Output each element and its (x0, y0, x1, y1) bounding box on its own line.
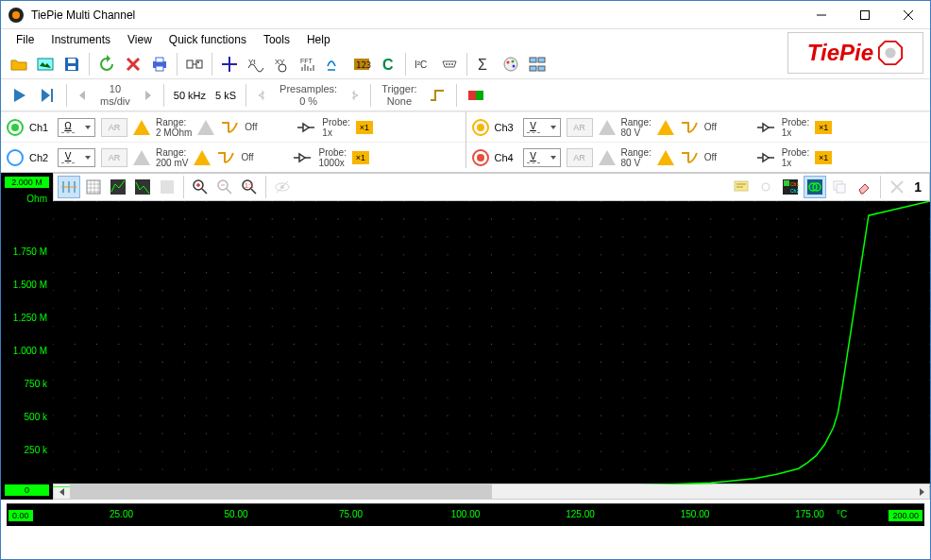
channel-unit-select[interactable]: V (523, 148, 561, 167)
screenshot-button[interactable] (33, 52, 58, 76)
range-up-icon[interactable] (194, 150, 211, 165)
presamples-label[interactable]: Presamples:0 % (276, 83, 341, 106)
fft-button[interactable]: FFT (296, 52, 321, 76)
probe-icon[interactable] (755, 119, 776, 136)
probe-label[interactable]: Probe:1x (782, 117, 809, 138)
maximize-button[interactable] (843, 1, 887, 29)
samples-label[interactable]: 5 kS (212, 90, 239, 101)
minimize-button[interactable] (800, 1, 843, 29)
zoom-reset-button[interactable]: 1:1 (238, 176, 261, 198)
math-button[interactable] (323, 52, 347, 76)
probe-label[interactable]: Probe:1000x (318, 147, 346, 168)
channel-indicator[interactable] (472, 119, 489, 136)
autorange-button[interactable]: AR (101, 118, 127, 137)
menu-tools[interactable]: Tools (256, 31, 297, 48)
filter-icon[interactable] (680, 120, 699, 135)
probe-multiplier-tag[interactable]: ×1 (352, 151, 369, 164)
probe-icon[interactable] (296, 119, 316, 136)
channel-unit-select[interactable]: V (58, 148, 95, 167)
probe-icon[interactable] (292, 149, 313, 166)
time-inc-button[interactable] (138, 83, 157, 108)
close-button[interactable] (887, 1, 930, 29)
zoom-out-button[interactable] (213, 176, 236, 198)
loop-button[interactable] (804, 176, 826, 198)
channel-indicator[interactable] (7, 149, 24, 166)
menu-instruments[interactable]: Instruments (43, 31, 118, 48)
chart-canvas[interactable] (53, 201, 930, 484)
connect-button[interactable] (182, 52, 207, 76)
time-dec-button[interactable] (74, 83, 93, 108)
scrollbar-thumb[interactable] (70, 484, 492, 499)
play-once-button[interactable] (35, 83, 59, 108)
timebase-label[interactable]: 10ms/div (96, 83, 134, 106)
compare-button[interactable] (525, 52, 550, 76)
serial-button[interactable] (437, 52, 462, 76)
link-button[interactable] (754, 176, 777, 198)
range-down-icon[interactable] (599, 120, 616, 135)
c-button[interactable]: C (376, 52, 400, 76)
yt-mode-button[interactable]: Yt (244, 52, 268, 76)
extra-grid-button[interactable] (156, 176, 178, 198)
counter-button[interactable]: 123 (349, 52, 374, 76)
trigger-label[interactable]: Trigger:None (378, 83, 421, 106)
range-up-icon[interactable] (657, 120, 674, 135)
presample-inc-button[interactable] (345, 83, 364, 108)
filter-icon[interactable] (220, 120, 239, 135)
autorange-button[interactable]: AR (101, 148, 127, 167)
record-indicator[interactable] (464, 83, 488, 108)
play-button[interactable] (7, 83, 31, 108)
filter-icon[interactable] (680, 150, 699, 165)
probe-icon[interactable] (755, 149, 776, 166)
open-button[interactable] (7, 52, 31, 76)
envelope-down-button[interactable] (131, 176, 154, 198)
sum-button[interactable]: Σ (472, 52, 497, 76)
range-label[interactable]: Range:80 V (621, 147, 652, 168)
eraser-button[interactable] (853, 176, 875, 198)
range-up-icon[interactable] (657, 150, 674, 165)
horizontal-scrollbar[interactable] (53, 484, 930, 500)
range-label[interactable]: Range:200 mV (156, 147, 188, 168)
i2c-button[interactable]: I²C (411, 52, 435, 76)
trigger-edge-button[interactable] (425, 83, 449, 108)
menu-quick-functions[interactable]: Quick functions (161, 31, 254, 48)
visibility-button[interactable] (271, 176, 294, 198)
grid-lines-button[interactable] (58, 176, 80, 198)
probe-label[interactable]: Probe:1x (782, 147, 809, 168)
range-down-icon[interactable] (599, 150, 616, 165)
envelope-up-button[interactable] (107, 176, 129, 198)
print-button[interactable] (147, 52, 172, 76)
note-button[interactable] (730, 176, 753, 198)
menu-help[interactable]: Help (299, 31, 338, 48)
range-up-icon[interactable] (197, 120, 214, 135)
channel-unit-select[interactable]: V (523, 118, 561, 137)
probe-multiplier-tag[interactable]: ×1 (815, 151, 832, 164)
channel-unit-select[interactable]: Ω (58, 118, 95, 137)
delete-button[interactable] (121, 52, 145, 76)
filter-icon[interactable] (216, 150, 235, 165)
channel-indicator[interactable] (7, 119, 24, 136)
menu-view[interactable]: View (120, 31, 160, 48)
autorange-button[interactable]: AR (567, 148, 593, 167)
probe-multiplier-tag[interactable]: ×1 (815, 121, 832, 134)
xy-mode-button[interactable]: XY (270, 52, 295, 76)
menu-file[interactable]: File (8, 31, 42, 48)
grid-dots-button[interactable] (82, 176, 105, 198)
autorange-button[interactable]: AR (567, 118, 593, 137)
cursor-button[interactable] (217, 52, 242, 76)
zoom-in-button[interactable] (189, 176, 212, 198)
probe-label[interactable]: Probe:1x (322, 117, 349, 138)
palette-button[interactable] (499, 52, 523, 76)
channel-indicator[interactable] (472, 149, 489, 166)
range-down-icon[interactable] (133, 150, 150, 165)
frequency-label[interactable]: 50 kHz (171, 90, 209, 101)
range-label[interactable]: Range:2 MOhm (156, 117, 192, 138)
presample-dec-button[interactable] (253, 83, 272, 108)
probe-multiplier-tag[interactable]: ×1 (356, 121, 373, 134)
delete-trace-button[interactable] (886, 176, 908, 198)
save-button[interactable] (59, 52, 84, 76)
refresh-button[interactable] (94, 52, 119, 76)
range-label[interactable]: Range:80 V (621, 117, 652, 138)
copy-graph-button[interactable] (828, 176, 851, 198)
channel-picker-button[interactable]: Ch1Ch2 (779, 176, 802, 198)
range-down-icon[interactable] (133, 120, 150, 135)
